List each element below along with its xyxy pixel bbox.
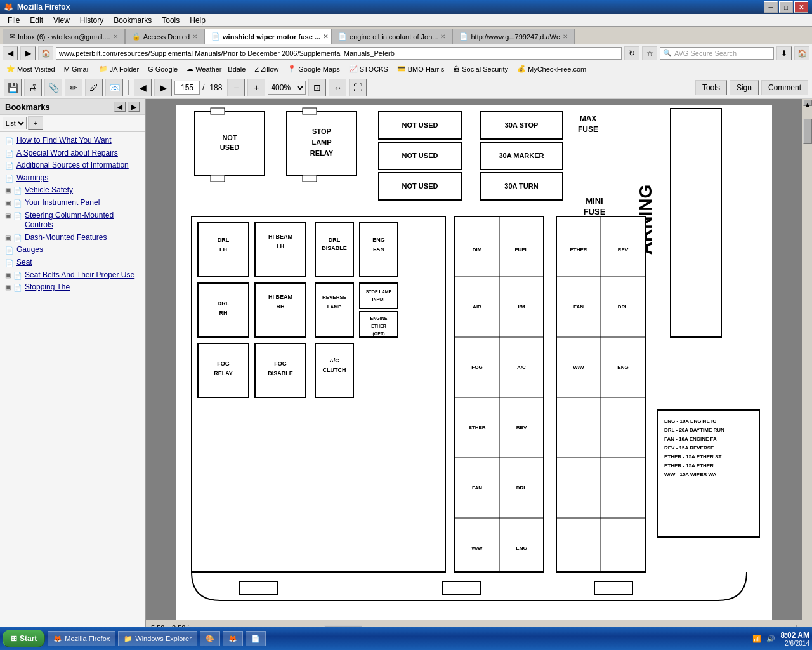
fullscreen-button[interactable]: ⛶ [349, 79, 367, 96]
sidebar-item-repairs[interactable]: 📄 A Special Word about Repairs [3, 147, 142, 160]
sidebar-item-how-to-find[interactable]: 📄 How to Find What You Want [3, 135, 142, 147]
tab-label: winshield wiper motor fuse ... [223, 33, 320, 41]
toolbar-btn-2[interactable]: 🖨 [24, 79, 42, 96]
tools-button[interactable]: Tools [695, 80, 727, 95]
download-button[interactable]: ⬇ [776, 46, 792, 60]
tab-close-button[interactable]: ✕ [192, 33, 197, 40]
menu-file[interactable]: File [3, 15, 25, 26]
sidebar-add-btn[interactable]: + [28, 116, 43, 130]
bookmark-weather[interactable]: ☁ Weather - Bdale [183, 63, 249, 74]
sidebar-item-stopping[interactable]: ▣ 📄 Stopping The [3, 281, 142, 294]
maximize-button[interactable]: □ [779, 1, 793, 13]
close-button[interactable]: ✕ [794, 1, 808, 13]
bookmark-most-visited[interactable]: ⭐ Most Visited [3, 63, 59, 74]
toolbar-btn-5[interactable]: 🖊 [85, 79, 103, 96]
bookmark-google-maps[interactable]: 📍 Google Maps [284, 63, 343, 74]
tab-engine-oil[interactable]: 📄 engine oil in coolant of Joh... ✕ [331, 29, 452, 44]
sidebar-scroll[interactable]: 📄 How to Find What You Want 📄 A Special … [0, 132, 145, 635]
menu-view[interactable]: View [48, 15, 75, 26]
taskbar-item-icon: 📄 [251, 635, 260, 643]
tab-label: Inbox (6) - wtolkson@gmail.... [18, 33, 110, 41]
bookmark-icon: 📄 [5, 258, 14, 267]
tab-close-button[interactable]: ✕ [563, 33, 568, 40]
sidebar-item-sources[interactable]: 📄 Additional Sources of Information [3, 159, 142, 172]
star-button[interactable]: ☆ [642, 46, 657, 60]
scrollbar-thumb[interactable] [803, 119, 812, 144]
sidebar-item-seat[interactable]: 📄 Seat [3, 256, 142, 269]
sign-button[interactable]: Sign [730, 80, 759, 95]
search-box[interactable]: 🔍 AVG Secure Search [660, 47, 774, 60]
taskbar-item-firefox2[interactable]: 🦊 [223, 631, 243, 646]
bookmark-social-security[interactable]: 🏛 Social Security [449, 64, 512, 74]
sidebar-item-steering[interactable]: ▣ 📄 Steering Column-Mounted Controls [3, 209, 142, 232]
zoom-in-button[interactable]: + [247, 79, 265, 96]
menu-bookmarks[interactable]: Bookmarks [108, 15, 157, 26]
bookmark-google[interactable]: G Google [144, 64, 181, 74]
scrollbar-up-button[interactable]: ▲ [803, 100, 812, 106]
minimize-button[interactable]: ─ [764, 1, 778, 13]
bookmark-gmail[interactable]: M Gmail [60, 64, 94, 74]
start-button[interactable]: ⊞ Start [3, 630, 45, 647]
toolbar-btn-1[interactable]: 💾 [4, 79, 22, 96]
svg-text:RH: RH [277, 303, 285, 310]
toolbar-btn-4[interactable]: ✏ [65, 79, 82, 96]
bookmark-ja-folder[interactable]: 📁 JA Folder [95, 63, 143, 74]
menu-edit[interactable]: Edit [25, 15, 48, 26]
bookmark-label: A Special Word about Repairs [16, 149, 118, 159]
sidebar-item-gauges[interactable]: 📄 Gauges [3, 244, 142, 256]
tab-close-button[interactable]: ✕ [113, 33, 118, 40]
pdf-scroll-area[interactable]: NOT USED STOP LAMP RELAY NOT USED [146, 99, 802, 620]
sidebar-item-seat-belts[interactable]: ▣ 📄 Seat Belts And Their Proper Use [3, 269, 142, 282]
sidebar-item-vehicle-safety[interactable]: ▣ 📄 Vehicle Safety [3, 184, 142, 197]
prev-page-button[interactable]: ◀ [134, 79, 152, 96]
next-page-button[interactable]: ▶ [154, 79, 172, 96]
fit-width-button[interactable]: ↔ [329, 79, 346, 96]
taskbar-item-paint[interactable]: 🎨 [200, 631, 220, 646]
sidebar-item-warnings[interactable]: 📄 Warnings [3, 172, 142, 185]
back-button[interactable]: ◀ [3, 46, 18, 60]
taskbar-item-files[interactable]: 📁 Windows Explorer [118, 631, 197, 646]
forward-button[interactable]: ▶ [20, 46, 36, 60]
menu-history[interactable]: History [75, 15, 108, 26]
menu-tools[interactable]: Tools [157, 15, 185, 26]
fit-page-button[interactable]: ⊡ [308, 79, 326, 96]
page-input[interactable] [174, 81, 200, 95]
toolbar-btn-6[interactable]: 📧 [105, 79, 123, 96]
bookmark-stocks[interactable]: 📈 STOCKS [345, 63, 392, 74]
taskbar-item-firefox[interactable]: 🦊 Mozilla Firefox [48, 631, 115, 646]
taskbar-item-acrobat[interactable]: 📄 [246, 631, 266, 646]
bookmark-zillow[interactable]: Z Zillow [251, 64, 282, 74]
tab-close-button[interactable]: ✕ [440, 33, 445, 40]
sidebar-view-select[interactable]: List [3, 117, 27, 129]
bookmark-label: Warnings [16, 173, 48, 183]
toolbar-btn-3[interactable]: 📎 [44, 79, 62, 96]
tab-close-button[interactable]: ✕ [323, 33, 328, 40]
bookmark-bmo[interactable]: 💳 BMO Harris [393, 63, 448, 74]
bookmark-mycheckfree[interactable]: 💰 MyCheckFree.com [513, 63, 590, 74]
address-input[interactable] [56, 47, 622, 60]
menu-help[interactable]: Help [185, 15, 211, 26]
tab-inbox[interactable]: ✉ Inbox (6) - wtolkson@gmail.... ✕ [3, 29, 125, 44]
home-nav-button[interactable]: 🏠 [794, 46, 809, 60]
vertical-scrollbar[interactable]: ▲ ▼ [802, 99, 812, 635]
zoom-select[interactable]: 400% 200% 100% 75% 50% [268, 81, 306, 95]
zoom-out-button[interactable]: − [227, 79, 245, 96]
sidebar-item-instrument-panel[interactable]: ▣ 📄 Your Instrument Panel [3, 197, 142, 209]
tab-access-denied[interactable]: 🔒 Access Denied ✕ [125, 29, 204, 44]
sidebar-item-dash[interactable]: ▣ 📄 Dash-Mounted Features [3, 232, 142, 244]
sidebar-nav-prev[interactable]: ◀ [114, 102, 126, 112]
svg-text:FOG: FOG [274, 361, 287, 367]
tab-url[interactable]: 📄 http://www.g...799247,d.aWc ✕ [452, 29, 574, 44]
tab-windshield[interactable]: 📄 winshield wiper motor fuse ... ✕ [204, 29, 331, 44]
svg-text:MINI: MINI [586, 196, 603, 206]
svg-rect-26 [671, 109, 721, 337]
comment-button[interactable]: Comment [761, 80, 808, 95]
taskbar-clock[interactable]: 8:02 AM 2/6/2014 [780, 631, 809, 647]
refresh-button[interactable]: ↻ [624, 46, 639, 60]
address-bar: ◀ ▶ 🏠 ↻ ☆ 🔍 AVG Secure Search ⬇ 🏠 [0, 44, 812, 62]
sidebar-nav-next[interactable]: ▶ [128, 102, 140, 112]
home-button[interactable]: 🏠 [38, 46, 53, 60]
svg-text:ETHER: ETHER [570, 247, 587, 253]
svg-rect-3 [211, 108, 225, 114]
svg-text:ETHER - 15A ETHER ST: ETHER - 15A ETHER ST [664, 454, 721, 460]
